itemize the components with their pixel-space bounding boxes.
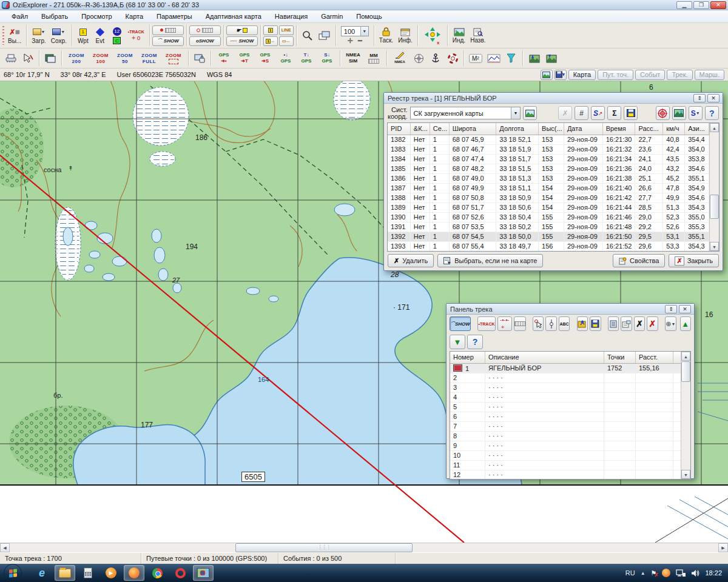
track-show-toggle[interactable]: ☛ ▫─▫SHOW bbox=[226, 25, 258, 46]
gps-config-button[interactable] bbox=[191, 50, 208, 67]
save-position-button[interactable] bbox=[554, 70, 567, 80]
clear-track-button[interactable]: ✗ bbox=[634, 316, 645, 331]
menu-options[interactable]: Параметры bbox=[150, 12, 199, 21]
scroll-up-icon[interactable]: ▲ bbox=[710, 123, 719, 132]
lifebuoy-button[interactable] bbox=[444, 50, 461, 67]
toolbar-grip[interactable] bbox=[2, 26, 4, 45]
map-print-button[interactable] bbox=[2, 50, 19, 67]
comment-count-button[interactable]: 12 C bbox=[109, 24, 126, 47]
move-down-button[interactable]: ▼ bbox=[450, 335, 465, 349]
menu-help[interactable]: Помощь bbox=[349, 12, 389, 21]
map-thumbnail-button[interactable] bbox=[541, 70, 553, 80]
table-row[interactable]: 1391Нет168 07 53,533 18 50,215529-ноя-09… bbox=[388, 222, 709, 232]
track-properties-button[interactable] bbox=[621, 316, 632, 331]
map-index-button[interactable]: i Инд. bbox=[450, 24, 468, 47]
scroll-left-icon[interactable]: ◀ bbox=[0, 543, 10, 552]
map-previous-button[interactable] bbox=[525, 50, 542, 67]
coord-system-combo[interactable]: СК загруженной карты ▼ bbox=[410, 107, 521, 119]
gps-download-wpt-button[interactable]: ▪↓ GPS bbox=[275, 50, 296, 67]
table-row[interactable]: 12· · · · bbox=[450, 470, 681, 480]
registry-scrollbar[interactable]: ▲ ▼ bbox=[709, 123, 719, 251]
delete-button[interactable]: ✗Удалить bbox=[388, 254, 434, 267]
rollup-button[interactable]: ⇕ bbox=[665, 305, 677, 313]
create-event-button[interactable]: Evt bbox=[92, 24, 109, 47]
compass-button[interactable] bbox=[410, 50, 427, 67]
sum-button[interactable]: Σ bbox=[607, 106, 621, 120]
close-button[interactable]: ✕ bbox=[710, 1, 726, 9]
table-row[interactable]: 8· · · · bbox=[450, 432, 681, 441]
table-row[interactable]: 1382Нет168 07 45,933 18 52,115329-ноя-09… bbox=[388, 135, 709, 145]
line-button[interactable]: LINE bbox=[279, 25, 294, 35]
delete-point-button[interactable]: ✗ bbox=[558, 106, 572, 120]
create-waypoint-button[interactable]: 1 Wpt bbox=[75, 24, 92, 47]
window-titlebar[interactable]: OziExplorer - 271 050k--R-36-139А,Б (68 … bbox=[0, 0, 728, 10]
taskbar-firefox-icon[interactable] bbox=[124, 565, 144, 581]
select-if-not-on-map-button[interactable]: Выбрать, если не на карте bbox=[437, 254, 543, 267]
table-row[interactable]: 1ЯГЕЛЬНЫЙ БОР1752155,16 bbox=[450, 364, 681, 373]
chevron-down-icon[interactable]: ▼ bbox=[360, 27, 368, 36]
table-row[interactable]: 1393Нет168 07 55,433 18 49,715629-ноя-09… bbox=[388, 242, 709, 252]
tab-waypoints-button[interactable]: Пут. точ. bbox=[598, 70, 633, 80]
table-row[interactable]: 1384Нет168 07 47,433 18 51,715329-ноя-09… bbox=[388, 155, 709, 164]
gps-upload-wpt-button[interactable]: GPS ➜▪ bbox=[214, 50, 234, 67]
table-row[interactable]: 1383Нет168 07 46,733 18 51,915329-ноя-09… bbox=[388, 145, 709, 155]
track-list-table[interactable]: НомерОписаниеТочкиРасст. 1ЯГЕЛЬНЫЙ БОР17… bbox=[450, 351, 691, 480]
profile-chart-button[interactable] bbox=[485, 50, 503, 67]
taskbar-calculator-icon[interactable] bbox=[78, 565, 98, 581]
track-curve-button[interactable]: S↗ bbox=[591, 106, 605, 120]
table-body[interactable]: 1382Нет168 07 45,933 18 52,115329-ноя-09… bbox=[388, 135, 709, 252]
tray-app-icon[interactable] bbox=[662, 569, 670, 577]
zoom-100-button[interactable]: ZOOM 100 bbox=[89, 50, 113, 67]
map-next-button[interactable] bbox=[542, 50, 559, 67]
track-ruler-button[interactable] bbox=[514, 316, 526, 331]
load-button[interactable]: ▼ Загр. bbox=[29, 24, 49, 47]
move-up-button[interactable]: ▲ bbox=[680, 316, 691, 331]
window-button[interactable] bbox=[42, 50, 59, 67]
table-row[interactable]: 6· · · · bbox=[450, 412, 681, 422]
table-row[interactable]: 4· · · · bbox=[450, 393, 681, 403]
map-name-search-button[interactable]: Назв. bbox=[468, 24, 488, 47]
windows-cascade-button[interactable] bbox=[316, 24, 333, 47]
table-row[interactable]: 1387Нет168 07 49,933 18 51,115429-ноя-09… bbox=[388, 184, 709, 193]
gps-upload-route-button[interactable]: GPS ➜T bbox=[234, 50, 255, 67]
label-button[interactable]: ABC bbox=[559, 316, 570, 331]
network-icon[interactable] bbox=[676, 569, 686, 577]
wpt-range-button[interactable]: 1↔ bbox=[263, 36, 278, 46]
panel-help-button[interactable]: ? bbox=[467, 335, 483, 349]
clock[interactable]: 18:22 bbox=[705, 569, 722, 577]
magnifier-button[interactable] bbox=[299, 24, 316, 47]
tab-events-button[interactable]: Событ bbox=[635, 70, 665, 80]
task-button[interactable]: Таск. bbox=[377, 24, 396, 47]
area-measure-button[interactable]: M² bbox=[467, 50, 485, 67]
point-select-button[interactable] bbox=[533, 316, 544, 331]
taskbar-mediaplayer-icon[interactable]: ▶ bbox=[101, 565, 121, 581]
menu-view[interactable]: Просмотр bbox=[75, 12, 118, 21]
action-center-icon[interactable]: ⚑✗ bbox=[651, 569, 657, 577]
pointer-tools-button[interactable] bbox=[19, 50, 36, 67]
table-row[interactable]: 1390Нет168 07 52,633 18 50,415529-ноя-09… bbox=[388, 213, 709, 222]
save-track-button[interactable] bbox=[624, 106, 638, 120]
scrollbar-thumb[interactable] bbox=[235, 543, 413, 552]
taskbar-oziexplorer-icon[interactable] bbox=[193, 565, 214, 581]
volume-icon[interactable] bbox=[691, 569, 699, 577]
scrollbar-thumb[interactable] bbox=[710, 195, 719, 219]
tray-expand-icon[interactable]: ▲ bbox=[641, 570, 645, 576]
add-track-point-button[interactable]: •TRACK + о bbox=[126, 24, 147, 47]
scrollbar-thumb[interactable] bbox=[681, 361, 690, 382]
waypoint-show-toggle[interactable]: ⌒SHOW bbox=[152, 25, 184, 46]
event-show-toggle[interactable]: оSHOW bbox=[189, 25, 221, 46]
filter-button[interactable] bbox=[503, 50, 520, 67]
table-row[interactable]: 11· · · · bbox=[450, 461, 681, 470]
close-icon[interactable]: ✕ bbox=[679, 305, 691, 313]
map-view-button[interactable] bbox=[672, 106, 686, 120]
table-row[interactable]: 1385Нет168 07 48,233 18 51,515329-ноя-09… bbox=[388, 164, 709, 174]
zoom-out-button[interactable]: ━ bbox=[358, 37, 362, 45]
table-body[interactable]: 1ЯГЕЛЬНЫЙ БОР1752155,162· · · ·3· · · ·4… bbox=[450, 364, 681, 480]
table-row[interactable]: 2· · · · bbox=[450, 373, 681, 383]
track-point-table[interactable]: PID&К...Се...ШиротаДолготаВыс(...ДатаВре… bbox=[387, 122, 720, 252]
menu-navigation[interactable]: Навигация bbox=[268, 12, 314, 21]
scroll-down-icon[interactable]: ▼ bbox=[710, 242, 719, 251]
close-window-button[interactable]: ✗Закрыть bbox=[669, 254, 719, 267]
s-menu-button[interactable]: S▼ bbox=[689, 106, 703, 120]
menu-garmin[interactable]: Garmin bbox=[314, 12, 349, 21]
